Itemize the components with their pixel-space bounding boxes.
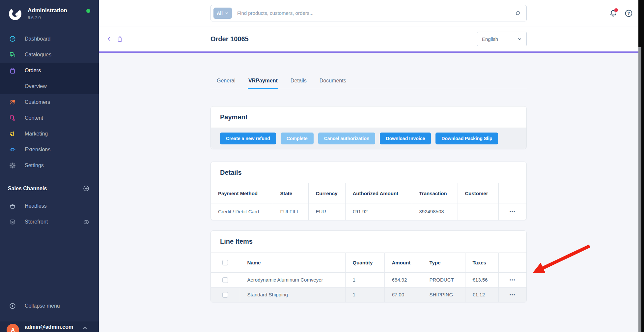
download-packing-slip-button[interactable]: Download Packing Slip	[435, 133, 498, 144]
collapse-menu-label: Collapse menu	[25, 303, 60, 309]
search-scope-dropdown[interactable]: All	[213, 8, 232, 19]
sidebar-item-label: Customers	[25, 99, 50, 105]
column-header-actions	[498, 253, 526, 272]
storefront-icon	[9, 218, 16, 226]
cell-quantity: 1	[345, 272, 384, 287]
sidebar-item-orders[interactable]: Orders	[0, 63, 99, 78]
column-header: Payment Method	[211, 183, 273, 203]
column-header: State	[273, 183, 308, 203]
sidebar-item-label: Overview	[25, 83, 47, 89]
context-menu-button[interactable]: ⋯	[509, 208, 516, 215]
app-logo-row: Administration 6.6.7.0	[0, 0, 99, 21]
main-navigation: Dashboard Catalogues Orders Overview	[0, 31, 99, 173]
sidebar-item-label: Storefront	[25, 219, 48, 225]
cell-taxes: €1.12	[465, 287, 498, 302]
search-input[interactable]	[232, 10, 515, 16]
column-header: Authorized Amount	[345, 183, 412, 203]
app-version: 6.6.7.0	[28, 15, 67, 20]
avatar: A	[7, 324, 19, 332]
notifications-bell-icon[interactable]	[609, 9, 618, 18]
app-title: Administration	[28, 7, 67, 14]
context-menu-button[interactable]: ⋯	[509, 277, 516, 283]
cell-authorized-amount: €91.92	[345, 203, 412, 220]
tab-documents[interactable]: Documents	[319, 78, 347, 89]
column-header: Taxes	[465, 253, 498, 272]
sidebar-item-orders-overview[interactable]: Overview	[0, 78, 99, 94]
topbar: All ?	[99, 0, 638, 26]
help-icon[interactable]: ?	[624, 9, 633, 18]
back-button[interactable]	[106, 36, 113, 42]
payment-actions: Create a new refund Complete Cancel auth…	[211, 128, 526, 149]
dashboard-icon	[9, 35, 16, 43]
cell-currency: EUR	[308, 203, 345, 220]
user-menu[interactable]: A admin@admin.com	[0, 321, 99, 332]
svg-text:?: ?	[628, 11, 630, 16]
page-content: General VRPayment Details Documents Paym…	[99, 53, 638, 332]
sidebar-item-storefront[interactable]: Storefront	[0, 214, 99, 230]
column-header: Transaction	[412, 183, 458, 203]
content-icon	[9, 114, 16, 122]
cell-name: Standard Shipping	[240, 287, 345, 302]
order-bag-icon	[117, 36, 123, 42]
details-table-header-row: Payment Method State Currency Authorized…	[211, 183, 526, 203]
download-invoice-button[interactable]: Download Invoice	[380, 133, 431, 144]
search-icon	[515, 10, 521, 16]
payment-card: Payment Create a new refund Complete Can…	[210, 106, 527, 149]
row-checkbox[interactable]	[222, 277, 228, 283]
column-header: Quantity	[345, 253, 384, 272]
notification-badge	[614, 8, 618, 12]
sales-channels-header-row: Sales Channels	[0, 183, 99, 194]
sidebar: Administration 6.6.7.0 Dashboard Catalog…	[0, 0, 99, 332]
sales-channels-header: Sales Channels	[8, 186, 47, 192]
search-scope-label: All	[217, 11, 223, 16]
sidebar-item-content[interactable]: Content	[0, 110, 99, 126]
extensions-icon	[9, 146, 16, 153]
row-checkbox[interactable]	[222, 292, 228, 298]
cell-taxes: €13.56	[465, 272, 498, 287]
scrollbar-thumb[interactable]	[638, 47, 641, 332]
sidebar-item-extensions[interactable]: Extensions	[0, 142, 99, 158]
sidebar-item-label: Settings	[25, 163, 44, 168]
sidebar-item-catalogues[interactable]: Catalogues	[0, 47, 99, 63]
cell-quantity: 1	[345, 287, 384, 302]
select-all-checkbox[interactable]	[222, 260, 228, 265]
column-header: Currency	[308, 183, 345, 203]
context-menu-button[interactable]: ⋯	[509, 291, 516, 298]
line-items-card: Line Items Name Quantity Amount Type	[210, 230, 527, 303]
create-refund-button[interactable]: Create a new refund	[220, 133, 276, 144]
sidebar-item-dashboard[interactable]: Dashboard	[0, 31, 99, 47]
sidebar-item-marketing[interactable]: Marketing	[0, 126, 99, 142]
cell-amount: €7.00	[384, 287, 422, 302]
sidebar-item-label: Marketing	[25, 131, 48, 137]
sidebar-item-label: Headless	[25, 203, 47, 209]
sidebar-item-settings[interactable]: Settings	[0, 158, 99, 173]
customers-icon	[9, 99, 16, 106]
column-header-actions	[498, 183, 526, 203]
complete-button[interactable]: Complete	[281, 133, 314, 144]
tab-details[interactable]: Details	[290, 78, 307, 89]
sidebar-item-label: Orders	[25, 68, 41, 74]
sidebar-item-customers[interactable]: Customers	[0, 94, 99, 110]
table-row: Standard Shipping 1 €7.00 SHIPPING €1.12…	[211, 287, 526, 302]
language-selector[interactable]: English	[477, 32, 527, 46]
cell-customer	[458, 203, 498, 220]
column-header: Type	[422, 253, 465, 272]
chevron-down-icon	[518, 37, 522, 41]
collapse-menu-button[interactable]: Collapse menu	[0, 298, 99, 314]
line-items-header-row: Name Quantity Amount Type Taxes	[211, 253, 526, 272]
cancel-authorization-button[interactable]: Cancel authorization	[318, 133, 376, 144]
cell-payment-method: Credit / Debit Card	[211, 203, 273, 220]
tab-vrpayment[interactable]: VRPayment	[248, 78, 278, 89]
orders-icon	[9, 67, 16, 74]
tab-general[interactable]: General	[216, 78, 236, 89]
orders-active-group: Orders Overview	[0, 63, 99, 94]
cell-amount: €84.92	[384, 272, 422, 287]
column-header: Name	[240, 253, 345, 272]
tab-bar: General VRPayment Details Documents	[210, 78, 527, 89]
settings-gear-icon	[9, 162, 16, 169]
add-sales-channel-icon[interactable]	[83, 185, 90, 192]
line-items-card-title: Line Items	[211, 231, 526, 253]
storefront-visibility-eye-icon[interactable]	[83, 219, 90, 226]
sidebar-item-headless[interactable]: Headless	[0, 198, 99, 214]
sidebar-item-label: Dashboard	[25, 36, 50, 42]
